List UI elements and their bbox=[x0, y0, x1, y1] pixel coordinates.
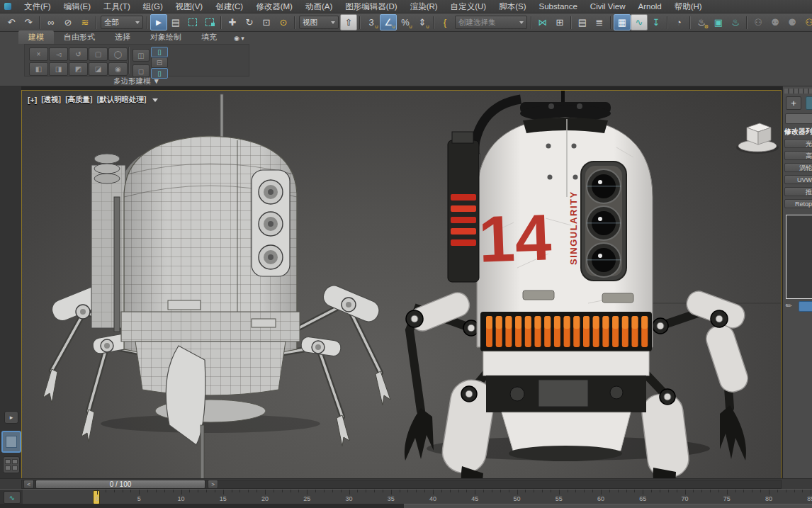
previous-frame-button[interactable]: < bbox=[23, 480, 34, 489]
snap-percent-icon[interactable]: %∪ bbox=[397, 14, 414, 30]
menu-item[interactable]: Arnold bbox=[638, 2, 661, 11]
show-end-result-button[interactable] bbox=[799, 301, 812, 312]
app-icon[interactable] bbox=[4, 3, 11, 10]
layer-explorer-icon[interactable]: ≣ bbox=[591, 14, 608, 30]
modify-mode-button[interactable]: ◫ bbox=[132, 49, 150, 62]
menu-item[interactable]: 创建(C) bbox=[215, 1, 243, 12]
modifier-set-button[interactable]: 推 bbox=[784, 187, 812, 196]
cube-object[interactable] bbox=[736, 123, 779, 154]
mini-curve-editor-icon[interactable]: ∿ bbox=[4, 491, 21, 504]
layout-single-viewport-button[interactable] bbox=[1, 431, 21, 453]
time-config-icon[interactable]: ◔ bbox=[670, 14, 687, 30]
menu-item[interactable]: 组(G) bbox=[143, 1, 163, 12]
menu-item[interactable]: 编辑(E) bbox=[64, 1, 91, 12]
viewport-menu-general[interactable]: [+] bbox=[28, 96, 37, 104]
select-scale-icon[interactable]: ⊡ bbox=[258, 14, 275, 30]
mirror-icon[interactable]: ⋈ bbox=[534, 14, 551, 30]
toggle-button[interactable]: ⊟ bbox=[151, 57, 168, 68]
menu-item[interactable]: 图形编辑器(D) bbox=[345, 1, 397, 12]
menu-item[interactable]: 视图(V) bbox=[176, 1, 203, 12]
layout-flyout-arrow-icon[interactable]: ▸ bbox=[4, 411, 18, 424]
modifier-set-button[interactable]: 光 bbox=[784, 139, 812, 148]
viewport-menu-pov[interactable]: [透视] bbox=[41, 95, 61, 105]
ribbon-toggle-icon[interactable]: ▦ bbox=[614, 14, 631, 30]
scene-explorer-icon[interactable]: ▤ bbox=[574, 14, 591, 30]
add-modifier-button[interactable]: + bbox=[786, 96, 801, 110]
ribbon-tab-选择[interactable]: 选择 bbox=[105, 30, 140, 44]
viewport-filter-icon[interactable] bbox=[152, 98, 158, 102]
subobject-button[interactable]: ↺ bbox=[69, 47, 88, 61]
pivot-center-icon[interactable]: ⇧ bbox=[340, 14, 357, 30]
menu-item[interactable]: 动画(A) bbox=[305, 1, 332, 12]
bind-spacewarp-icon[interactable]: ≋ bbox=[77, 14, 94, 30]
menu-item[interactable]: 渲染(R) bbox=[410, 1, 438, 12]
modifier-stack-list[interactable] bbox=[786, 215, 812, 299]
command-panel-tabs[interactable] bbox=[784, 89, 812, 94]
subobject-button[interactable]: ◅ bbox=[49, 47, 68, 61]
modifier-set-button[interactable]: Retop bbox=[784, 199, 812, 208]
viewport-menu-shading[interactable]: [默认明暗处理] bbox=[97, 95, 147, 105]
next-frame-button[interactable]: > bbox=[208, 480, 218, 489]
menu-item[interactable]: Civil View bbox=[590, 2, 626, 11]
menu-item[interactable]: 文件(F) bbox=[24, 1, 51, 12]
ribbon-tab-建模[interactable]: 建模 bbox=[18, 30, 54, 44]
poly-tool-button[interactable]: ◧ bbox=[29, 62, 48, 76]
character-icon[interactable]: ⚇ bbox=[801, 14, 812, 30]
select-move-icon[interactable]: ✚ bbox=[224, 14, 241, 30]
perspective-viewport[interactable]: [+][透视][高质量][默认明暗处理] bbox=[21, 90, 782, 480]
menu-item[interactable]: Substance bbox=[538, 2, 577, 11]
ribbon-tab-填充[interactable]: 填充 bbox=[191, 30, 227, 44]
track-bar[interactable]: ∿ 0510152025303540455055606570758085 bbox=[0, 489, 812, 504]
subobject-button[interactable]: ◯ bbox=[108, 47, 128, 61]
layout-quad-viewport-button[interactable] bbox=[3, 456, 20, 473]
cat-rig-icon[interactable]: ⚉ bbox=[767, 14, 784, 30]
poly-tool-button[interactable]: ◨ bbox=[49, 62, 68, 76]
select-place-icon[interactable]: ⊙ bbox=[275, 14, 292, 30]
wireframe-robot[interactable] bbox=[43, 94, 390, 480]
ribbon-tab-对象绘制[interactable]: 对象绘制 bbox=[140, 30, 191, 44]
textured-robot[interactable]: 14 SINGULARITY bbox=[405, 91, 751, 480]
time-slider-handle[interactable]: 0 / 100 bbox=[35, 480, 205, 489]
coord-system-dropdown[interactable]: 视图 bbox=[299, 16, 339, 29]
selection-filter-dropdown[interactable]: 全部 bbox=[101, 16, 143, 29]
poly-tool-button[interactable]: ◩ bbox=[69, 62, 88, 76]
rect-region-icon[interactable] bbox=[184, 14, 201, 30]
subobject-button[interactable]: × bbox=[29, 47, 48, 61]
modifier-list-label[interactable]: 修改器列表 bbox=[784, 127, 812, 136]
select-rotate-icon[interactable]: ↻ bbox=[241, 14, 258, 30]
curve-editor-icon[interactable]: ∿ bbox=[631, 14, 648, 30]
menu-item[interactable]: 脚本(S) bbox=[499, 1, 526, 12]
object-name-field[interactable] bbox=[785, 113, 812, 124]
modifier-set-button[interactable]: UVW bbox=[784, 175, 812, 184]
modifier-set-button[interactable]: 涡轮 bbox=[784, 163, 812, 172]
modify-mode-button[interactable]: ◻ bbox=[132, 64, 150, 77]
menu-item[interactable]: 自定义(U) bbox=[451, 1, 486, 12]
cat-parent-icon[interactable]: ⚇ bbox=[750, 14, 767, 30]
modifier-set-button[interactable]: 高 bbox=[784, 151, 812, 160]
viewport-menu-quality[interactable]: [高质量] bbox=[65, 95, 93, 105]
ribbon-tab-自由形式[interactable]: 自由形式 bbox=[54, 30, 105, 44]
redo-icon[interactable]: ↷ bbox=[20, 14, 37, 30]
select-object-icon[interactable]: ► bbox=[150, 14, 167, 30]
modify-tab-icon[interactable] bbox=[806, 96, 812, 110]
snap-3d-icon[interactable]: 3∪ bbox=[363, 14, 380, 30]
poly-tool-button[interactable]: ◪ bbox=[89, 62, 108, 76]
cat-muscle-icon[interactable]: ⚈ bbox=[784, 14, 801, 30]
unlink-icon[interactable]: ⊘ bbox=[60, 14, 77, 30]
render-icon[interactable]: ♨ bbox=[727, 14, 744, 30]
pin-stack-icon[interactable]: ✎ bbox=[784, 300, 794, 312]
poly-tool-button[interactable]: ◉ bbox=[108, 62, 128, 76]
crossing-region-icon[interactable] bbox=[201, 14, 218, 30]
subobject-button[interactable]: ▢ bbox=[89, 47, 108, 61]
select-link-icon[interactable]: ∞ bbox=[43, 14, 60, 30]
render-setup-icon[interactable]: ♨⚙ bbox=[693, 14, 710, 30]
snap-spinner-icon[interactable]: ⇕∪ bbox=[414, 14, 431, 30]
rendered-frame-icon[interactable]: ▣ bbox=[710, 14, 727, 30]
align-icon[interactable]: ⊞ bbox=[551, 14, 568, 30]
select-by-name-icon[interactable]: ▤ bbox=[167, 14, 184, 30]
named-sets-dropdown[interactable]: 创建选择集 bbox=[455, 16, 527, 29]
edit-selection-sets-icon[interactable]: { bbox=[436, 14, 453, 30]
menu-item[interactable]: 帮助(H) bbox=[675, 1, 702, 12]
ribbon-panel-label[interactable]: 多边形建模 ▼ bbox=[24, 77, 249, 86]
toggle-button[interactable]: ▯ bbox=[151, 47, 168, 57]
